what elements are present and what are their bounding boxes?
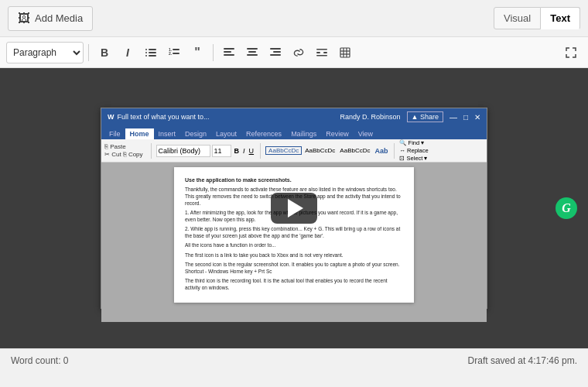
svg-rect-12 bbox=[224, 54, 234, 56]
word-fontsize-input[interactable] bbox=[212, 145, 231, 157]
unordered-list-button[interactable] bbox=[140, 42, 162, 63]
draft-status: Draft saved at 4:17:46 pm. bbox=[468, 355, 577, 366]
word-title: Full text of what you want to... bbox=[118, 113, 210, 121]
toolbar-separator-1 bbox=[88, 44, 89, 61]
align-left-button[interactable] bbox=[218, 42, 240, 63]
word-find[interactable]: 🔍 Find ▾ bbox=[399, 139, 428, 146]
word-count: Word count: 0 bbox=[11, 355, 68, 366]
italic-button[interactable]: I bbox=[117, 42, 138, 63]
svg-rect-20 bbox=[270, 54, 281, 56]
add-media-label: Add Media bbox=[35, 12, 83, 24]
blockquote-button[interactable]: " bbox=[186, 42, 208, 63]
word-tab-references[interactable]: References bbox=[241, 128, 286, 139]
add-media-icon: 🖼 bbox=[18, 12, 30, 26]
word-tab-review[interactable]: Review bbox=[321, 128, 354, 139]
svg-rect-7 bbox=[173, 49, 179, 50]
svg-rect-15 bbox=[248, 51, 256, 53]
word-heading2-style[interactable]: AaBbCcDc bbox=[338, 147, 371, 154]
word-replace[interactable]: ↔ Replace bbox=[399, 147, 428, 154]
word-minimize-button[interactable]: — bbox=[450, 113, 457, 122]
word-tab-home[interactable]: Home bbox=[125, 128, 154, 139]
svg-rect-3 bbox=[149, 52, 156, 53]
word-tab-design[interactable]: Design bbox=[180, 128, 211, 139]
word-select[interactable]: ⊡ Select ▾ bbox=[399, 155, 428, 162]
grammarly-icon[interactable]: G bbox=[556, 197, 577, 219]
tab-visual[interactable]: Visual bbox=[494, 7, 541, 29]
word-icon2: The second icon is the regular screensho… bbox=[185, 261, 403, 275]
word-italic[interactable]: I bbox=[241, 147, 247, 155]
word-icon3: The third icon is the recording tool. It… bbox=[185, 277, 403, 291]
word-ribbon-tabs: File Home Insert Design Layout Reference… bbox=[101, 125, 487, 139]
word-ribbon: ⎘ Paste ✂ Cut ⎘ Copy B I U AaBbCcDc AaBb… bbox=[101, 139, 487, 163]
word-tab-file[interactable]: File bbox=[104, 128, 125, 139]
top-bar: 🖼 Add Media Visual Text bbox=[0, 0, 588, 37]
svg-rect-9 bbox=[173, 53, 179, 54]
ordered-list-button[interactable]: 1.2. bbox=[163, 42, 185, 63]
svg-rect-23 bbox=[323, 52, 327, 53]
svg-rect-24 bbox=[316, 49, 327, 50]
word-share-button[interactable]: ▲ Share bbox=[407, 111, 443, 122]
word-page: Use the application to make screenshots.… bbox=[174, 167, 414, 303]
clipboard-copy[interactable]: ⎘ Copy bbox=[123, 151, 143, 158]
word-font-input[interactable] bbox=[156, 145, 210, 157]
editor-area: W Full text of what you want to... Randy… bbox=[0, 68, 588, 348]
clipboard-paste[interactable]: ⎘ Paste bbox=[104, 143, 126, 150]
word-heading1-style[interactable]: AaBbCcDc bbox=[303, 147, 337, 154]
status-bar: Word count: 0 Draft saved at 4:17:46 pm. bbox=[0, 348, 588, 372]
svg-rect-4 bbox=[145, 55, 147, 57]
svg-rect-11 bbox=[224, 51, 231, 53]
fullscreen-button[interactable] bbox=[560, 42, 582, 63]
svg-rect-1 bbox=[149, 49, 156, 50]
svg-rect-0 bbox=[145, 49, 147, 50]
add-media-button[interactable]: 🖼 Add Media bbox=[8, 6, 93, 31]
word-tab-view[interactable]: View bbox=[354, 128, 378, 139]
read-more-button[interactable] bbox=[311, 42, 333, 63]
svg-rect-2 bbox=[145, 52, 147, 53]
word-icon1: The first icon is a link to take you bac… bbox=[185, 252, 403, 259]
word-titlebar: W Full text of what you want to... Randy… bbox=[101, 108, 487, 125]
word-body: Use the application to make screenshots.… bbox=[101, 163, 487, 322]
svg-rect-18 bbox=[270, 48, 281, 50]
svg-rect-14 bbox=[247, 48, 258, 50]
clipboard-cut[interactable]: ✂ Cut bbox=[104, 151, 121, 158]
grammarly-label: G bbox=[562, 201, 571, 215]
view-tabs: Visual Text bbox=[494, 7, 580, 29]
word-maximize-button[interactable]: □ bbox=[463, 113, 468, 122]
paragraph-select[interactable]: Paragraph Heading 1 Heading 2 Heading 3 … bbox=[6, 42, 84, 63]
word-tab-layout[interactable]: Layout bbox=[211, 128, 241, 139]
svg-text:2.: 2. bbox=[169, 51, 173, 56]
word-tab-mailings[interactable]: Mailings bbox=[286, 128, 321, 139]
word-para2: All the icons have a function in order t… bbox=[185, 241, 403, 248]
svg-rect-16 bbox=[247, 54, 258, 56]
svg-rect-25 bbox=[316, 55, 327, 57]
editor-toolbar: Paragraph Heading 1 Heading 2 Heading 3 … bbox=[0, 37, 588, 68]
word-title-style[interactable]: Aab bbox=[373, 147, 389, 155]
word-normal-style[interactable]: AaBbCcDc bbox=[265, 146, 302, 155]
video-play-button[interactable] bbox=[271, 193, 317, 224]
word-bold[interactable]: B bbox=[233, 147, 241, 155]
word-tab-insert[interactable]: Insert bbox=[154, 128, 181, 139]
svg-rect-22 bbox=[316, 52, 320, 53]
svg-rect-10 bbox=[224, 48, 234, 50]
align-right-button[interactable] bbox=[265, 42, 286, 63]
table-button[interactable] bbox=[334, 42, 356, 63]
play-triangle-icon bbox=[288, 199, 303, 217]
svg-rect-19 bbox=[273, 51, 281, 53]
bold-button[interactable]: B bbox=[94, 42, 115, 63]
tab-text[interactable]: Text bbox=[541, 7, 580, 29]
svg-rect-26 bbox=[340, 48, 350, 57]
toolbar-separator-2 bbox=[213, 44, 214, 61]
align-center-button[interactable] bbox=[241, 42, 263, 63]
word-intro: Use the application to make screenshots. bbox=[185, 176, 403, 184]
link-button[interactable] bbox=[288, 42, 309, 63]
word-close-button[interactable]: ✕ bbox=[474, 113, 480, 122]
word-step2: 2. While app is running, press this key … bbox=[185, 225, 403, 239]
word-user: Randy D. Robinson bbox=[340, 113, 400, 121]
word-underline[interactable]: U bbox=[248, 147, 256, 155]
svg-rect-5 bbox=[149, 55, 156, 57]
